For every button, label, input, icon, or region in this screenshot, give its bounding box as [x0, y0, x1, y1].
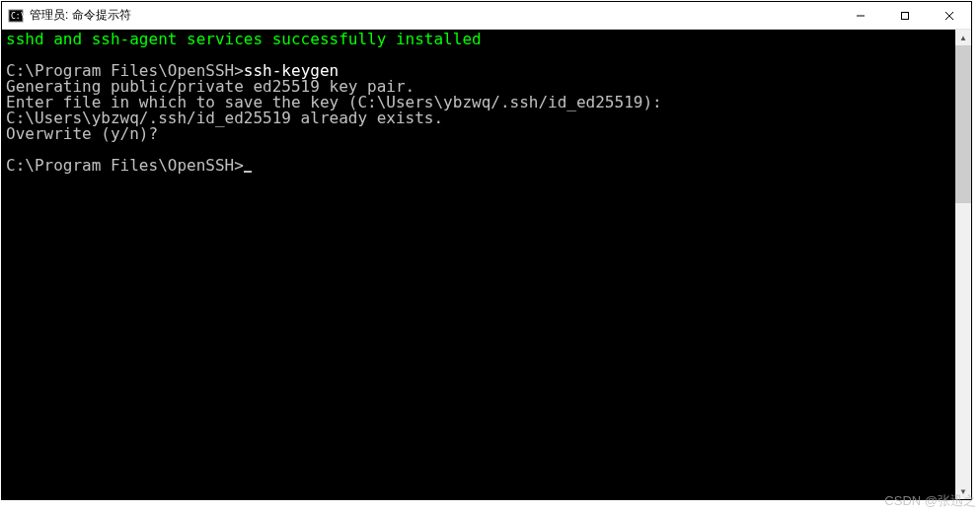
maximize-button[interactable] — [882, 2, 927, 29]
cmd-window: C:\ 管理员: 命令提示符 sshd and ssh-agent servic… — [1, 1, 972, 500]
cursor — [244, 171, 252, 173]
window-controls — [838, 2, 971, 29]
vertical-scrollbar[interactable]: ▲ ▼ — [955, 30, 971, 499]
scroll-down-icon[interactable]: ▼ — [955, 483, 971, 499]
svg-rect-3 — [901, 12, 908, 19]
svg-text:C:\: C:\ — [11, 12, 24, 21]
close-button[interactable] — [927, 2, 971, 29]
prompt-line-2: C:\Program Files\OpenSSH> — [6, 158, 951, 174]
window-title: 管理员: 命令提示符 — [30, 7, 838, 24]
output-line-overwrite: Overwrite (y/n)? — [6, 126, 951, 142]
titlebar[interactable]: C:\ 管理员: 命令提示符 — [2, 2, 971, 30]
terminal-content[interactable]: sshd and ssh-agent services successfully… — [2, 30, 955, 499]
prompt-text-2: C:\Program Files\OpenSSH> — [6, 156, 244, 175]
scroll-up-icon[interactable]: ▲ — [955, 30, 971, 45]
minimize-button[interactable] — [838, 2, 882, 29]
scrollbar-thumb[interactable] — [955, 45, 971, 203]
output-line-success: sshd and ssh-agent services successfully… — [6, 32, 951, 47]
terminal-area: sshd and ssh-agent services successfully… — [2, 30, 971, 499]
cmd-icon: C:\ — [8, 8, 24, 24]
